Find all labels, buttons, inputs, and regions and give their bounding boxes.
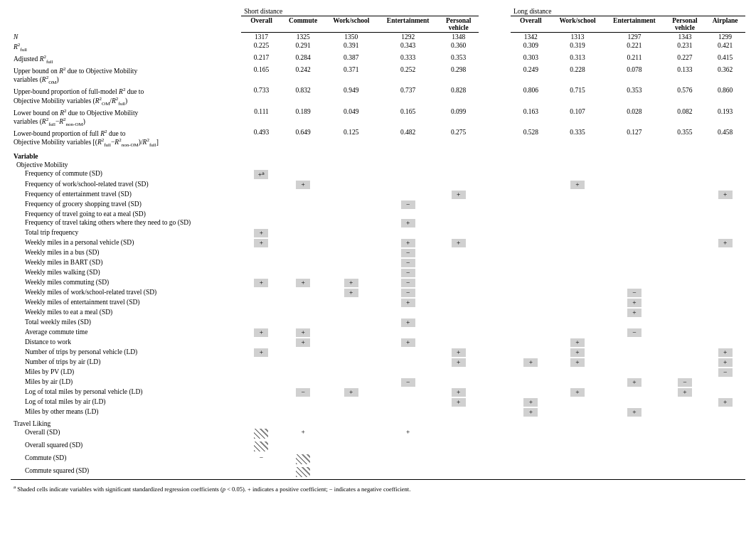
variable-value-cell	[282, 368, 325, 378]
variable-value-cell	[241, 248, 282, 258]
variable-value-cell: +	[604, 407, 664, 417]
variable-value-cell	[378, 407, 438, 417]
variable-row: Miles by PV (LD)−	[11, 368, 745, 378]
variable-value-cell	[378, 210, 438, 218]
coeff-cell: +	[401, 299, 415, 307]
variable-value-cell	[324, 318, 378, 328]
travel-liking-label: Travel Liking	[11, 417, 745, 428]
variable-value-cell	[282, 190, 325, 200]
variable-row: Log of total miles by air (LD)+++	[11, 397, 745, 407]
tl-variable-value-cell	[438, 441, 479, 454]
variable-value-cell: +ᵃ	[241, 169, 282, 180]
variable-value-cell	[551, 298, 605, 308]
variable-value-cell	[604, 268, 664, 278]
variable-row: Frequency of entertainment travel (SD)++	[11, 190, 745, 200]
spacer-cell	[479, 200, 511, 210]
variable-label-cell: Frequency of work/school-related travel …	[11, 180, 241, 190]
variable-value-cell	[282, 298, 325, 308]
variable-value-cell: +	[438, 397, 479, 407]
variable-value-cell: +	[511, 358, 551, 368]
sd-entertainment-header: Entertainment	[378, 16, 438, 33]
tl-variable-value-cell	[241, 466, 282, 480]
hatch-pattern	[296, 467, 310, 477]
variable-row: Average commute time++−	[11, 328, 745, 338]
spacer-cell	[479, 328, 511, 338]
spacer-cell	[479, 65, 511, 86]
variable-label-cell: Total weekly miles (SD)	[11, 318, 241, 328]
variable-value-cell	[604, 368, 664, 378]
stat-value-cell: 0.228	[551, 65, 605, 86]
variable-value-cell	[282, 288, 325, 298]
footnote-cell: a Shaded cells indicate variables with s…	[11, 479, 745, 493]
variable-value-cell	[438, 210, 479, 218]
variable-value-cell	[324, 407, 378, 417]
coeff-cell: −	[296, 388, 310, 397]
stat-value-cell: 0.343	[378, 41, 438, 53]
variable-value-cell: +	[438, 348, 479, 358]
variable-label-cell: Weekly miles commuting (SD)	[11, 278, 241, 288]
stat-value-cell: 0.291	[282, 41, 325, 53]
variable-row: Weekly miles in a personal vehicle (SD)+…	[11, 238, 745, 248]
stat-label-cell: Lower bound on R2 due to Objective Mobil…	[11, 107, 241, 128]
variable-value-cell	[438, 169, 479, 180]
variable-label-cell: Frequency of entertainment travel (SD)	[11, 190, 241, 200]
variable-value-cell	[665, 228, 706, 238]
variable-value-cell	[511, 210, 551, 218]
variable-row: Weekly miles to eat a meal (SD)+	[11, 308, 745, 318]
stat-value-cell: 0.832	[282, 86, 325, 107]
stat-value-cell: 1348	[438, 33, 479, 42]
variable-value-cell	[705, 258, 745, 268]
variable-value-cell	[241, 288, 282, 298]
variable-value-cell	[665, 248, 706, 258]
coeff-cell: −	[627, 328, 641, 337]
variable-value-cell	[511, 248, 551, 258]
stat-value-cell: 0.353	[438, 53, 479, 65]
variable-value-cell	[241, 200, 282, 210]
variable-value-cell	[241, 338, 282, 348]
variable-value-cell: −	[378, 288, 438, 298]
stat-row: Adjusted R2full0.2170.2840.3870.3330.353…	[11, 53, 745, 65]
variable-value-cell	[705, 308, 745, 318]
variable-value-cell	[551, 238, 605, 248]
variable-value-cell	[282, 358, 325, 368]
variable-value-cell	[511, 268, 551, 278]
variable-value-cell	[324, 248, 378, 258]
travel-liking-section-header: Travel Liking	[11, 417, 745, 428]
variable-value-cell	[551, 288, 605, 298]
spacer-cell	[479, 210, 511, 218]
coeff-cell: +	[718, 358, 733, 367]
variable-row: Distance to work+++	[11, 338, 745, 348]
obj-mobility-header: Objective Mobility	[11, 161, 745, 169]
stat-value-cell: 0.227	[665, 53, 706, 65]
variable-label-cell: Miles by PV (LD)	[11, 368, 241, 378]
variable-value-cell	[511, 318, 551, 328]
spacer-cell	[479, 378, 511, 387]
variable-value-cell	[604, 169, 664, 180]
variable-value-cell	[705, 387, 745, 397]
stat-value-cell: 0.298	[438, 65, 479, 86]
stat-value-cell: 0.360	[438, 41, 479, 53]
coeff-cell: +	[718, 348, 733, 357]
variable-value-cell: −	[378, 200, 438, 210]
short-distance-header: Short distance	[241, 7, 479, 16]
variable-value-cell	[324, 169, 378, 180]
variable-value-cell	[511, 348, 551, 358]
tl-variable-value-cell	[282, 466, 325, 480]
stat-value-cell: 0.249	[511, 65, 551, 86]
variable-value-cell	[705, 407, 745, 417]
spacer-cell	[479, 318, 511, 328]
stat-value-cell: 1292	[378, 33, 438, 42]
stat-value-cell: 0.355	[665, 128, 706, 149]
variable-value-cell	[604, 180, 664, 190]
variable-value-cell	[282, 318, 325, 328]
coeff-cell: +	[627, 408, 641, 417]
variable-label-cell: Distance to work	[11, 338, 241, 348]
spacer-cell	[479, 268, 511, 278]
spacer-cell	[479, 258, 511, 268]
variable-value-cell	[665, 338, 706, 348]
variable-value-cell: −	[378, 268, 438, 278]
coeff-cell: −	[718, 368, 733, 377]
coeff-plain: −	[260, 454, 263, 461]
variable-value-cell	[551, 397, 605, 407]
stat-value-cell: 0.099	[438, 107, 479, 128]
